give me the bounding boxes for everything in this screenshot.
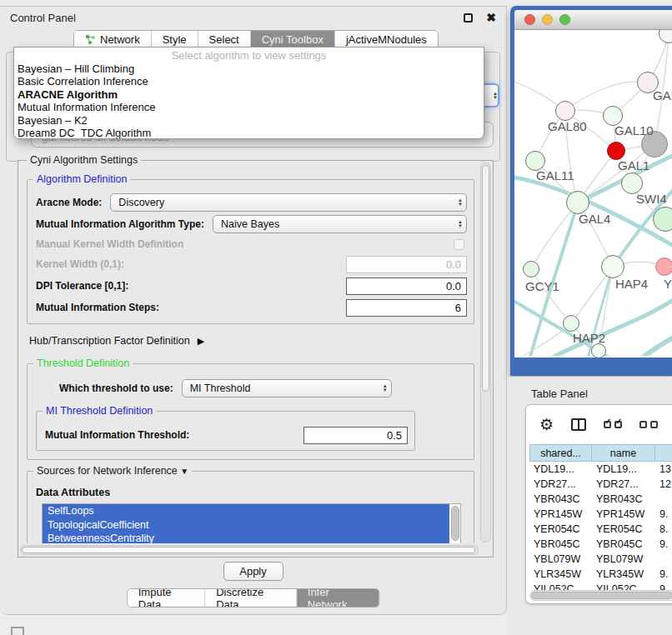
mi-type-row: Mutual Information Algorithm Type: Naive… bbox=[36, 213, 467, 235]
attribute-item[interactable]: BetweennessCentrality bbox=[43, 532, 449, 543]
table-horizontal-scrollbar[interactable] bbox=[529, 590, 672, 601]
algorithm-option[interactable]: Bayesian – Hill Climbing bbox=[14, 62, 484, 75]
table-cell: YPR145W bbox=[592, 507, 655, 522]
control-panel-title: Control Panel bbox=[10, 12, 464, 24]
table-card: ⚙ shared...nameA YDL19...YDL19...13YDR27… bbox=[525, 404, 672, 604]
network-window: GALGAL80GAL10GAL1GAL11SWI4GAL4GCY1HAP4YH… bbox=[510, 6, 672, 376]
table-row[interactable]: YBR043CYBR043C bbox=[529, 492, 672, 507]
algorithm-option[interactable]: Basic Correlation Inference bbox=[14, 75, 484, 88]
table-cell: YDL19... bbox=[529, 462, 592, 477]
tab-select[interactable]: Select bbox=[198, 31, 251, 48]
mi-steps-field[interactable]: 6 bbox=[346, 299, 467, 317]
hub-definition-expander[interactable]: Hub/Transcription Factor Definition ▶ bbox=[29, 332, 474, 350]
algorithm-option[interactable]: Bayesian – K2 bbox=[14, 114, 484, 127]
node-label-gal80: GAL80 bbox=[548, 119, 587, 133]
tab-style[interactable]: Style bbox=[152, 31, 198, 48]
table-row[interactable]: YBL079WYBL079W bbox=[529, 552, 672, 567]
kernel-width-label: Kernel Width (0,1): bbox=[36, 258, 124, 270]
node-label-y: Y bbox=[664, 277, 672, 291]
network-node[interactable] bbox=[601, 255, 624, 278]
which-threshold-combo[interactable]: MI Threshold ▲▼ bbox=[182, 379, 392, 398]
bottom-tabbar: Impute DataDiscretize DataInfer Network bbox=[127, 588, 380, 608]
close-traffic-light-icon[interactable] bbox=[524, 14, 535, 25]
expander-down-arrow-icon[interactable]: ▼ bbox=[180, 467, 188, 476]
table-row[interactable]: YER054CYER054C8. bbox=[529, 522, 672, 537]
table-cell: YDR27... bbox=[592, 477, 655, 492]
dock-panel-icon[interactable] bbox=[11, 627, 24, 635]
float-window-icon[interactable] bbox=[464, 13, 473, 22]
node-label-gal4: GAL4 bbox=[579, 212, 610, 226]
table-row[interactable]: YDL19...YDL19...13 bbox=[529, 462, 672, 477]
scrollbar-thumb[interactable] bbox=[531, 592, 672, 599]
column-header[interactable]: A bbox=[655, 444, 672, 462]
apply-button[interactable]: Apply bbox=[223, 562, 283, 581]
tab-impute-data[interactable]: Impute Data bbox=[128, 589, 205, 607]
columns-icon[interactable] bbox=[571, 418, 586, 431]
data-attributes-list[interactable]: SelfLoopsTopologicalCoefficientBetweenne… bbox=[42, 503, 461, 543]
control-panel-header: Control Panel ✖ bbox=[0, 7, 506, 28]
table-header-row: shared...nameA bbox=[529, 444, 672, 462]
scrollbar-thumb[interactable] bbox=[482, 165, 489, 392]
attribute-item[interactable]: SelfLoops bbox=[43, 504, 449, 518]
network-node[interactable] bbox=[653, 207, 672, 232]
network-node[interactable] bbox=[566, 191, 589, 214]
zoom-traffic-light-icon[interactable] bbox=[559, 14, 570, 25]
table-cell: YBR045C bbox=[592, 537, 655, 552]
attribute-item[interactable]: TopologicalCoefficient bbox=[43, 518, 449, 532]
node-label-hap2: HAP2 bbox=[573, 331, 605, 345]
tab-jactivemnodules[interactable]: jActiveMNodules bbox=[335, 31, 438, 48]
network-node[interactable] bbox=[523, 261, 539, 278]
network-window-titlebar[interactable] bbox=[514, 10, 672, 30]
network-node[interactable] bbox=[555, 101, 575, 121]
settings-pane-content: Algorithm Definition Aracne Mode: Discov… bbox=[27, 168, 474, 543]
settings-horizontal-scrollbar[interactable] bbox=[20, 545, 479, 555]
checked-box-icon bbox=[604, 421, 611, 428]
table-cell: YLR345W bbox=[592, 567, 655, 582]
tab-discretize-data[interactable]: Discretize Data bbox=[205, 589, 297, 607]
manual-kernel-checkbox[interactable] bbox=[454, 239, 464, 250]
network-node[interactable] bbox=[563, 315, 579, 332]
gear-icon[interactable]: ⚙ bbox=[539, 417, 554, 432]
table-row[interactable]: YLR345WYLR345W9. bbox=[529, 567, 672, 582]
kernel-width-field[interactable]: 0.0 bbox=[346, 256, 467, 273]
table-cell: YBL079W bbox=[592, 552, 655, 567]
network-node[interactable] bbox=[591, 343, 606, 358]
table-panel-title: Table Panel bbox=[531, 388, 588, 400]
network-canvas[interactable]: GALGAL80GAL10GAL1GAL11SWI4GAL4GCY1HAP4YH… bbox=[514, 30, 672, 358]
tab-infer-network[interactable]: Infer Network bbox=[297, 589, 379, 607]
tab-cyni-toolbox[interactable]: Cyni Toolbox bbox=[251, 31, 335, 48]
minimize-traffic-light-icon[interactable] bbox=[542, 14, 553, 25]
column-header[interactable]: shared... bbox=[529, 444, 592, 462]
algorithm-option[interactable]: ARACNE Algorithm bbox=[14, 88, 484, 101]
column-header[interactable]: name bbox=[592, 444, 655, 462]
list-vertical-scrollbar[interactable] bbox=[451, 506, 459, 541]
node-label-gal10: GAL10 bbox=[614, 123, 654, 138]
table-row[interactable]: YDR27...YDR27...12 bbox=[529, 477, 672, 492]
checked-box-icon bbox=[614, 421, 622, 428]
algorithm-option[interactable]: Dream8 DC_TDC Algorithm bbox=[14, 127, 484, 139]
mi-steps-label: Mutual Information Steps: bbox=[36, 302, 159, 313]
algorithm-definition-title: Algorithm Definition bbox=[33, 173, 130, 185]
close-icon[interactable]: ✖ bbox=[486, 12, 496, 23]
mi-type-combo[interactable]: Naive Bayes ▲▼ bbox=[213, 215, 467, 233]
network-node[interactable] bbox=[655, 258, 672, 276]
algorithm-option[interactable]: Mutual Information Inference bbox=[14, 101, 484, 113]
scrollbar-thumb[interactable] bbox=[22, 547, 475, 553]
settings-vertical-scrollbar[interactable] bbox=[480, 162, 491, 542]
mi-threshold-group-title: MI Threshold Definition bbox=[43, 405, 156, 417]
aracne-mode-label: Aracne Mode: bbox=[36, 197, 102, 208]
table-cell: YBL079W bbox=[529, 552, 592, 567]
network-node[interactable] bbox=[607, 142, 625, 160]
aracne-mode-combo[interactable]: Discovery ▲▼ bbox=[110, 193, 467, 212]
tab-label: Network bbox=[100, 33, 140, 46]
table-row[interactable]: YBR045CYBR045C9. bbox=[529, 537, 672, 552]
select-all-checks-icon[interactable] bbox=[604, 421, 622, 428]
table-panel: Table Panel ⚙ shared...nameA YDL19...YDL… bbox=[507, 377, 672, 635]
tab-network[interactable]: Network bbox=[74, 31, 152, 48]
dpi-tolerance-field[interactable]: 0.0 bbox=[346, 278, 467, 295]
deselect-all-checks-icon[interactable] bbox=[639, 421, 658, 428]
mi-threshold-field[interactable]: 0.5 bbox=[303, 427, 408, 444]
table-cell: YLR345W bbox=[529, 567, 592, 582]
node-table: shared...nameA YDL19...YDL19...13YDR27..… bbox=[529, 444, 672, 603]
table-row[interactable]: YPR145WYPR145W9. bbox=[529, 507, 672, 522]
